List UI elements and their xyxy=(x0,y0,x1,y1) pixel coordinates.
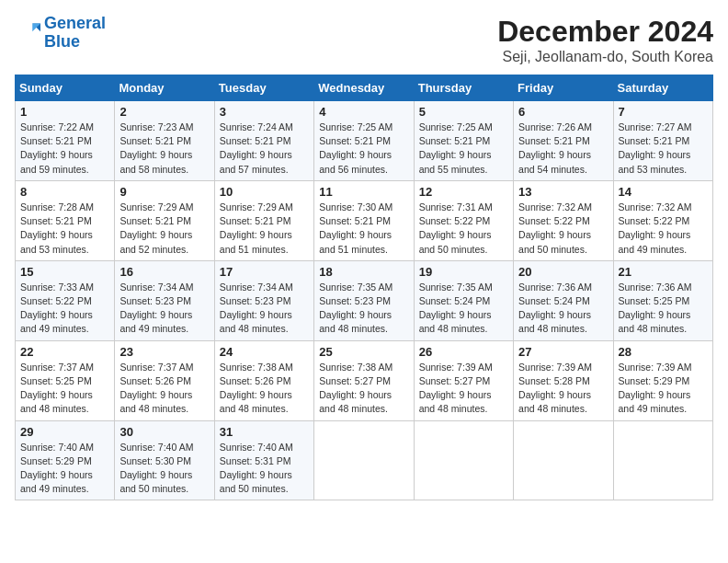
col-header-saturday: Saturday xyxy=(613,75,712,101)
day-number: 31 xyxy=(220,425,309,439)
day-number: 23 xyxy=(119,345,209,359)
day-cell: 29Sunrise: 7:40 AMSunset: 5:29 PMDayligh… xyxy=(16,420,115,500)
day-cell xyxy=(414,420,513,500)
day-cell: 15Sunrise: 7:33 AMSunset: 5:22 PMDayligh… xyxy=(16,260,115,340)
day-cell: 25Sunrise: 7:38 AMSunset: 5:27 PMDayligh… xyxy=(314,340,414,420)
day-info: Sunrise: 7:35 AMSunset: 5:24 PMDaylight:… xyxy=(419,281,508,337)
header-row: SundayMondayTuesdayWednesdayThursdayFrid… xyxy=(16,75,713,101)
day-cell: 22Sunrise: 7:37 AMSunset: 5:25 PMDayligh… xyxy=(16,340,115,420)
day-info: Sunrise: 7:31 AMSunset: 5:22 PMDaylight:… xyxy=(419,201,508,257)
col-header-wednesday: Wednesday xyxy=(314,75,414,101)
day-info: Sunrise: 7:25 AMSunset: 5:21 PMDaylight:… xyxy=(319,121,408,177)
col-header-sunday: Sunday xyxy=(16,75,115,101)
day-info: Sunrise: 7:25 AMSunset: 5:21 PMDaylight:… xyxy=(419,121,508,177)
day-cell: 1Sunrise: 7:22 AMSunset: 5:21 PMDaylight… xyxy=(16,101,115,181)
day-number: 22 xyxy=(20,345,109,359)
day-cell: 21Sunrise: 7:36 AMSunset: 5:25 PMDayligh… xyxy=(613,260,712,340)
day-info: Sunrise: 7:40 AMSunset: 5:29 PMDaylight:… xyxy=(20,441,109,497)
col-header-friday: Friday xyxy=(514,75,613,101)
week-row-5: 29Sunrise: 7:40 AMSunset: 5:29 PMDayligh… xyxy=(16,420,713,500)
header: General Blue December 2024 Seji, Jeollan… xyxy=(15,15,713,65)
logo-icon xyxy=(15,20,40,46)
day-cell: 30Sunrise: 7:40 AMSunset: 5:30 PMDayligh… xyxy=(115,420,214,500)
week-row-4: 22Sunrise: 7:37 AMSunset: 5:25 PMDayligh… xyxy=(16,340,713,420)
calendar-table: SundayMondayTuesdayWednesdayThursdayFrid… xyxy=(15,75,713,500)
day-cell: 2Sunrise: 7:23 AMSunset: 5:21 PMDaylight… xyxy=(115,101,214,181)
day-cell: 11Sunrise: 7:30 AMSunset: 5:21 PMDayligh… xyxy=(314,180,414,260)
day-info: Sunrise: 7:36 AMSunset: 5:24 PMDaylight:… xyxy=(518,281,608,337)
day-cell: 14Sunrise: 7:32 AMSunset: 5:22 PMDayligh… xyxy=(613,180,712,260)
day-cell: 18Sunrise: 7:35 AMSunset: 5:23 PMDayligh… xyxy=(314,260,414,340)
week-row-2: 8Sunrise: 7:28 AMSunset: 5:21 PMDaylight… xyxy=(16,180,713,260)
day-number: 21 xyxy=(619,265,708,279)
day-cell: 13Sunrise: 7:32 AMSunset: 5:22 PMDayligh… xyxy=(514,180,613,260)
day-number: 8 xyxy=(20,185,109,199)
day-info: Sunrise: 7:29 AMSunset: 5:21 PMDaylight:… xyxy=(119,201,209,257)
day-cell: 19Sunrise: 7:35 AMSunset: 5:24 PMDayligh… xyxy=(414,260,513,340)
day-number: 28 xyxy=(619,345,708,359)
col-header-monday: Monday xyxy=(115,75,214,101)
col-header-tuesday: Tuesday xyxy=(214,75,313,101)
month-title: December 2024 xyxy=(497,15,713,49)
day-info: Sunrise: 7:37 AMSunset: 5:26 PMDaylight:… xyxy=(119,361,209,417)
day-cell: 27Sunrise: 7:39 AMSunset: 5:28 PMDayligh… xyxy=(514,340,613,420)
location-title: Seji, Jeollanam-do, South Korea xyxy=(497,49,713,65)
logo-line1: General xyxy=(44,14,106,32)
day-cell xyxy=(613,420,712,500)
day-number: 3 xyxy=(220,105,309,119)
day-cell: 23Sunrise: 7:37 AMSunset: 5:26 PMDayligh… xyxy=(115,340,214,420)
week-row-1: 1Sunrise: 7:22 AMSunset: 5:21 PMDaylight… xyxy=(16,101,713,181)
logo-line2: Blue xyxy=(44,32,80,51)
day-info: Sunrise: 7:23 AMSunset: 5:21 PMDaylight:… xyxy=(119,121,209,177)
day-number: 16 xyxy=(119,265,209,279)
day-info: Sunrise: 7:36 AMSunset: 5:25 PMDaylight:… xyxy=(619,281,708,337)
day-number: 14 xyxy=(619,185,708,199)
day-number: 18 xyxy=(319,265,408,279)
day-info: Sunrise: 7:39 AMSunset: 5:27 PMDaylight:… xyxy=(419,361,508,417)
day-cell: 28Sunrise: 7:39 AMSunset: 5:29 PMDayligh… xyxy=(613,340,712,420)
day-info: Sunrise: 7:39 AMSunset: 5:29 PMDaylight:… xyxy=(619,361,708,417)
day-info: Sunrise: 7:40 AMSunset: 5:30 PMDaylight:… xyxy=(119,441,209,497)
day-number: 26 xyxy=(419,345,508,359)
day-number: 10 xyxy=(220,185,309,199)
day-cell xyxy=(514,420,613,500)
day-info: Sunrise: 7:32 AMSunset: 5:22 PMDaylight:… xyxy=(619,201,708,257)
day-cell: 16Sunrise: 7:34 AMSunset: 5:23 PMDayligh… xyxy=(115,260,214,340)
day-info: Sunrise: 7:30 AMSunset: 5:21 PMDaylight:… xyxy=(319,201,408,257)
day-cell: 24Sunrise: 7:38 AMSunset: 5:26 PMDayligh… xyxy=(214,340,313,420)
day-info: Sunrise: 7:22 AMSunset: 5:21 PMDaylight:… xyxy=(20,121,109,177)
day-cell: 3Sunrise: 7:24 AMSunset: 5:21 PMDaylight… xyxy=(214,101,313,181)
day-info: Sunrise: 7:40 AMSunset: 5:31 PMDaylight:… xyxy=(220,441,309,497)
day-cell: 26Sunrise: 7:39 AMSunset: 5:27 PMDayligh… xyxy=(414,340,513,420)
day-info: Sunrise: 7:32 AMSunset: 5:22 PMDaylight:… xyxy=(518,201,608,257)
day-number: 11 xyxy=(319,185,408,199)
title-area: December 2024 Seji, Jeollanam-do, South … xyxy=(497,15,713,65)
day-info: Sunrise: 7:34 AMSunset: 5:23 PMDaylight:… xyxy=(220,281,309,337)
day-info: Sunrise: 7:34 AMSunset: 5:23 PMDaylight:… xyxy=(119,281,209,337)
day-cell: 6Sunrise: 7:26 AMSunset: 5:21 PMDaylight… xyxy=(514,101,613,181)
day-number: 15 xyxy=(20,265,109,279)
day-cell: 9Sunrise: 7:29 AMSunset: 5:21 PMDaylight… xyxy=(115,180,214,260)
day-cell: 12Sunrise: 7:31 AMSunset: 5:22 PMDayligh… xyxy=(414,180,513,260)
week-row-3: 15Sunrise: 7:33 AMSunset: 5:22 PMDayligh… xyxy=(16,260,713,340)
day-info: Sunrise: 7:28 AMSunset: 5:21 PMDaylight:… xyxy=(20,201,109,257)
day-number: 13 xyxy=(518,185,608,199)
day-info: Sunrise: 7:38 AMSunset: 5:26 PMDaylight:… xyxy=(220,361,309,417)
day-info: Sunrise: 7:35 AMSunset: 5:23 PMDaylight:… xyxy=(319,281,408,337)
day-number: 24 xyxy=(220,345,309,359)
day-number: 9 xyxy=(119,185,209,199)
day-cell: 20Sunrise: 7:36 AMSunset: 5:24 PMDayligh… xyxy=(514,260,613,340)
day-number: 7 xyxy=(619,105,708,119)
day-info: Sunrise: 7:39 AMSunset: 5:28 PMDaylight:… xyxy=(518,361,608,417)
day-number: 1 xyxy=(20,105,109,119)
day-cell: 5Sunrise: 7:25 AMSunset: 5:21 PMDaylight… xyxy=(414,101,513,181)
day-info: Sunrise: 7:38 AMSunset: 5:27 PMDaylight:… xyxy=(319,361,408,417)
logo-text: General Blue xyxy=(44,15,106,52)
logo: General Blue xyxy=(15,15,106,52)
day-cell: 7Sunrise: 7:27 AMSunset: 5:21 PMDaylight… xyxy=(613,101,712,181)
day-info: Sunrise: 7:26 AMSunset: 5:21 PMDaylight:… xyxy=(518,121,608,177)
day-number: 6 xyxy=(518,105,608,119)
day-number: 27 xyxy=(518,345,608,359)
day-cell xyxy=(314,420,414,500)
day-number: 29 xyxy=(20,425,109,439)
